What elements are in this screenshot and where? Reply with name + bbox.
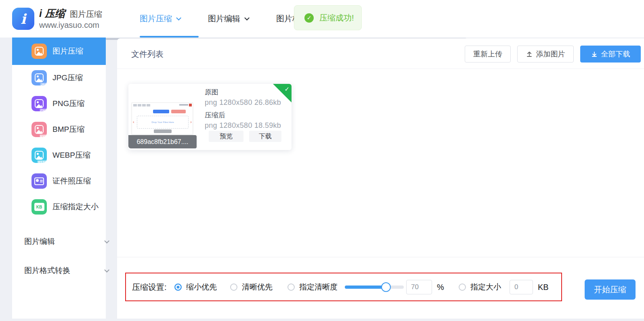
check-circle-icon: ✓ xyxy=(304,13,314,23)
sidebar-item-target-size-compress[interactable]: KB 压缩指定大小 xyxy=(12,194,106,220)
sidebar-section-label: 图片格式转换 xyxy=(24,265,70,276)
download-all-button[interactable]: 全部下载 xyxy=(580,46,641,63)
bmp-image-icon: BMP xyxy=(31,122,47,137)
radio-clarity-first[interactable] xyxy=(230,283,237,291)
sidebar-item-image-compress[interactable]: 图片压缩 xyxy=(12,38,106,65)
file-list-header: 文件列表 重新上传 添加图片 全部下载 xyxy=(117,38,644,69)
radio-shrink-first[interactable] xyxy=(174,283,182,291)
brand-logo[interactable]: i i 压缩 图片压缩 www.iyasuo.com xyxy=(12,8,102,30)
compress-settings-box: 压缩设置: 缩小优先 清晰优先 指定清晰度 % 指定大小 xyxy=(125,273,562,301)
clarity-percent-input[interactable] xyxy=(406,280,432,294)
png-image-icon: PNG xyxy=(31,96,47,111)
toast-message: 压缩成功! xyxy=(319,13,354,23)
panel-divider xyxy=(117,257,644,257)
sidebar-item-label: 压缩指定大小 xyxy=(52,202,99,212)
sidebar-item-label: 证件照压缩 xyxy=(52,176,91,186)
reupload-button[interactable]: 重新上传 xyxy=(465,46,511,63)
download-button[interactable]: 下载 xyxy=(249,131,281,142)
brand-url: www.iyasuo.com xyxy=(39,21,102,29)
chevron-down-icon xyxy=(176,15,181,21)
preview-button[interactable]: 预览 xyxy=(209,131,243,142)
sidebar-item-webp-compress[interactable]: WEBP WEBP压缩 xyxy=(12,142,106,168)
original-info: png 1280x580 26.86kb xyxy=(205,98,281,107)
sidebar-item-label: BMP压缩 xyxy=(52,124,84,135)
preview-button-label: 预览 xyxy=(220,132,233,141)
slider-fill xyxy=(345,286,386,289)
sidebar: 图片压缩 JPG JPG压缩 PNG PNG压缩 BMP BMP压缩 WEBP … xyxy=(12,38,106,319)
radio-label: 缩小优先 xyxy=(186,282,217,292)
nav-tab-image-edit[interactable]: 图片编辑 xyxy=(208,13,248,24)
download-icon xyxy=(591,51,598,57)
reupload-button-label: 重新上传 xyxy=(473,49,502,59)
sidebar-item-label: 图片压缩 xyxy=(52,46,83,56)
file-info: 原图 png 1280x580 26.86kb 压缩后 png 1280x580… xyxy=(205,84,281,130)
compressed-info: png 1280x580 18.59kb xyxy=(205,121,281,130)
original-label: 原图 xyxy=(205,88,281,97)
brand-text: i 压缩 图片压缩 www.iyasuo.com xyxy=(39,8,102,29)
percent-unit: % xyxy=(437,282,444,292)
sidebar-section-image-edit[interactable]: 图片编辑 xyxy=(12,229,106,254)
radio-set-clarity[interactable] xyxy=(287,283,295,291)
compressed-label: 压缩后 xyxy=(205,110,281,120)
logo-icon: i xyxy=(12,8,34,30)
sidebar-section-image-convert[interactable]: 图片格式转换 xyxy=(12,258,106,283)
active-tab-underline xyxy=(140,36,199,38)
option-set-clarity[interactable]: 指定清晰度 xyxy=(287,282,338,292)
file-card: Drop Your Files Here ‹ › 689ac8fb21b67..… xyxy=(128,84,292,150)
image-icon xyxy=(31,44,47,59)
brand-subtitle: 图片压缩 xyxy=(70,10,102,18)
settings-label: 压缩设置: xyxy=(132,281,167,292)
nav-tab-label: 图片压缩 xyxy=(140,13,172,24)
success-toast: ✓ 压缩成功! xyxy=(294,5,362,30)
download-all-button-label: 全部下载 xyxy=(601,49,630,59)
id-photo-icon xyxy=(31,173,47,189)
nav-tab-image-compress[interactable]: 图片压缩 xyxy=(140,13,180,24)
brand-name: i 压缩 xyxy=(39,8,65,19)
sidebar-item-png-compress[interactable]: PNG PNG压缩 xyxy=(12,91,106,117)
app-window: i i 压缩 图片压缩 www.iyasuo.com 图片压缩 图片编辑 图片格… xyxy=(0,0,644,321)
sidebar-item-jpg-compress[interactable]: JPG JPG压缩 xyxy=(12,65,106,91)
add-images-button[interactable]: 添加图片 xyxy=(517,46,574,63)
radio-label: 指定清晰度 xyxy=(299,282,338,292)
clarity-slider[interactable] xyxy=(345,286,404,289)
kb-folder-icon: KB xyxy=(31,199,47,215)
radio-label: 清晰优先 xyxy=(242,282,273,292)
chevron-down-icon xyxy=(244,15,250,21)
thumbnail-preview: Drop Your Files Here ‹ › xyxy=(132,102,193,135)
page-title: 文件列表 xyxy=(131,49,164,60)
chevron-down-icon xyxy=(104,267,109,273)
filename-label: 689ac8fb21b67.... xyxy=(128,135,197,148)
add-images-button-label: 添加图片 xyxy=(536,49,565,59)
sidebar-section-label: 图片编辑 xyxy=(24,236,55,247)
size-kb-input[interactable] xyxy=(510,280,533,294)
jpg-image-icon: JPG xyxy=(31,70,47,85)
radio-label: 指定大小 xyxy=(470,282,501,292)
chevron-down-icon xyxy=(104,238,109,244)
sidebar-item-idphoto-compress[interactable]: 证件照压缩 xyxy=(12,168,106,194)
option-set-size[interactable]: 指定大小 xyxy=(459,282,501,292)
slider-thumb[interactable] xyxy=(381,282,391,292)
radio-set-size[interactable] xyxy=(459,283,466,291)
sidebar-item-label: PNG压缩 xyxy=(52,98,84,109)
nav-tab-label: 图片编辑 xyxy=(208,13,240,24)
webp-image-icon: WEBP xyxy=(31,148,47,163)
kb-unit: KB xyxy=(538,282,549,292)
option-shrink-first[interactable]: 缩小优先 xyxy=(174,282,217,292)
option-clarity-first[interactable]: 清晰优先 xyxy=(230,282,273,292)
download-button-label: 下载 xyxy=(259,132,272,141)
sidebar-item-bmp-compress[interactable]: BMP BMP压缩 xyxy=(12,117,106,142)
upload-icon xyxy=(526,51,533,57)
sidebar-item-label: WEBP压缩 xyxy=(52,150,90,160)
start-compress-button[interactable]: 开始压缩 xyxy=(585,279,636,300)
check-icon: ✓ xyxy=(284,85,289,93)
file-thumbnail[interactable]: Drop Your Files Here ‹ › 689ac8fb21b67..… xyxy=(128,84,197,150)
sidebar-item-label: JPG压缩 xyxy=(52,73,83,83)
